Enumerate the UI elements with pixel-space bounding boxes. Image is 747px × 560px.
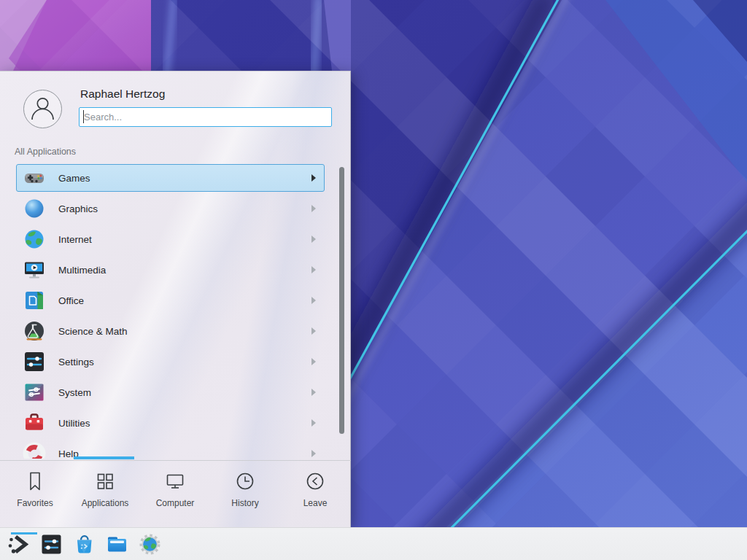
category-multimedia[interactable]: Multimedia — [16, 256, 325, 284]
tab-label: Favorites — [17, 498, 53, 508]
history-icon — [234, 470, 256, 492]
category-internet[interactable]: Internet — [16, 225, 325, 253]
application-launcher-button[interactable] — [7, 532, 31, 556]
category-office[interactable]: Office — [16, 287, 325, 314]
category-list: Games Graphics — [0, 164, 351, 459]
chevron-right-icon — [311, 358, 316, 365]
discover-button[interactable] — [72, 532, 96, 556]
text-caret — [83, 110, 84, 123]
category-games[interactable]: Games — [16, 164, 325, 192]
category-graphics[interactable]: Graphics — [16, 195, 325, 222]
applications-icon — [94, 470, 116, 492]
launcher-tabbar: Favorites Applications Computer — [0, 461, 351, 528]
active-tab-indicator — [74, 456, 134, 459]
tab-label: Leave — [303, 498, 328, 508]
office-icon — [23, 289, 46, 312]
category-help[interactable]: Help — [16, 440, 325, 459]
computer-icon — [164, 470, 186, 492]
category-label: Games — [58, 173, 90, 184]
tab-history[interactable]: History — [210, 461, 280, 528]
tab-applications[interactable]: Applications — [70, 461, 140, 528]
utilities-icon — [23, 411, 46, 435]
chevron-right-icon — [311, 389, 316, 396]
active-task-indicator — [11, 532, 37, 534]
tab-computer[interactable]: Computer — [140, 461, 210, 528]
category-label: Utilities — [58, 418, 90, 429]
multimedia-icon — [23, 258, 46, 281]
list-scrollbar[interactable] — [339, 167, 344, 434]
tab-label: Applications — [82, 498, 129, 508]
chevron-right-icon — [311, 450, 316, 457]
category-settings[interactable]: Settings — [16, 348, 325, 376]
chevron-right-icon — [311, 174, 316, 182]
tab-label: History — [231, 498, 258, 508]
games-icon — [23, 166, 46, 190]
tab-label: Computer — [156, 498, 195, 508]
science-icon — [23, 319, 46, 343]
graphics-icon — [23, 197, 46, 220]
favorites-icon — [24, 470, 46, 492]
category-label: Internet — [58, 234, 92, 245]
internet-icon — [23, 228, 46, 251]
chevron-right-icon — [311, 297, 316, 304]
search-input[interactable] — [79, 107, 332, 127]
taskbar-panel: ES 7:03 PM 4/24/21 — [0, 527, 747, 560]
chevron-right-icon — [311, 236, 316, 243]
leave-icon — [304, 470, 326, 492]
category-label: Settings — [58, 357, 94, 368]
category-label: Office — [58, 295, 84, 306]
application-launcher-popup: Raphael Hertzog All Applications — [0, 71, 351, 527]
category-label: Multimedia — [58, 265, 106, 276]
settings-icon — [23, 350, 46, 373]
chevron-right-icon — [311, 327, 316, 335]
category-label: Graphics — [58, 203, 98, 214]
system-icon — [23, 381, 46, 404]
category-system[interactable]: System — [16, 378, 325, 406]
web-browser-button[interactable] — [138, 532, 162, 556]
chevron-right-icon — [311, 419, 316, 427]
chevron-right-icon — [311, 266, 316, 273]
category-label: System — [58, 387, 91, 398]
user-avatar — [23, 90, 62, 128]
tab-leave[interactable]: Leave — [280, 461, 350, 528]
category-label: Science & Math — [58, 326, 128, 337]
category-utilities[interactable]: Utilities — [16, 409, 325, 437]
file-manager-button[interactable] — [105, 532, 129, 556]
chevron-right-icon — [311, 205, 316, 212]
user-name: Raphael Hertzog — [80, 88, 165, 101]
tab-favorites[interactable]: Favorites — [0, 461, 70, 528]
category-science-math[interactable]: Science & Math — [16, 317, 325, 345]
system-settings-button[interactable] — [39, 532, 63, 556]
help-icon — [23, 442, 46, 459]
section-label: All Applications — [15, 147, 76, 157]
